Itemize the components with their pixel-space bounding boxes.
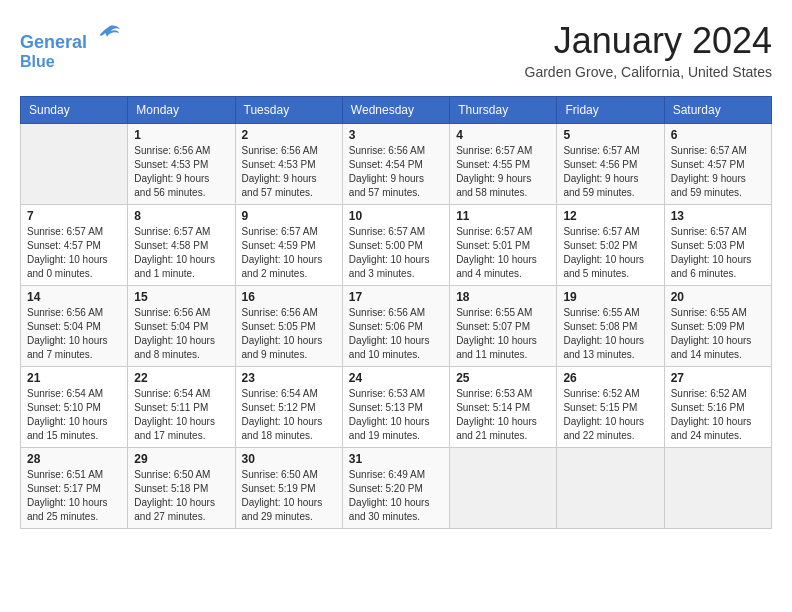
- day-number: 12: [563, 209, 657, 223]
- day-number: 18: [456, 290, 550, 304]
- day-info: Sunrise: 6:57 AM Sunset: 5:01 PM Dayligh…: [456, 225, 550, 281]
- calendar-cell: 29Sunrise: 6:50 AM Sunset: 5:18 PM Dayli…: [128, 448, 235, 529]
- header-wednesday: Wednesday: [342, 97, 449, 124]
- day-info: Sunrise: 6:55 AM Sunset: 5:07 PM Dayligh…: [456, 306, 550, 362]
- day-number: 24: [349, 371, 443, 385]
- calendar-cell: 22Sunrise: 6:54 AM Sunset: 5:11 PM Dayli…: [128, 367, 235, 448]
- day-info: Sunrise: 6:57 AM Sunset: 5:00 PM Dayligh…: [349, 225, 443, 281]
- day-number: 30: [242, 452, 336, 466]
- day-number: 15: [134, 290, 228, 304]
- day-info: Sunrise: 6:57 AM Sunset: 4:59 PM Dayligh…: [242, 225, 336, 281]
- day-number: 10: [349, 209, 443, 223]
- header-tuesday: Tuesday: [235, 97, 342, 124]
- day-info: Sunrise: 6:57 AM Sunset: 4:58 PM Dayligh…: [134, 225, 228, 281]
- title-section: January 2024 Garden Grove, California, U…: [525, 20, 772, 80]
- day-info: Sunrise: 6:56 AM Sunset: 5:04 PM Dayligh…: [134, 306, 228, 362]
- day-info: Sunrise: 6:52 AM Sunset: 5:15 PM Dayligh…: [563, 387, 657, 443]
- calendar-week-3: 14Sunrise: 6:56 AM Sunset: 5:04 PM Dayli…: [21, 286, 772, 367]
- calendar-cell: 4Sunrise: 6:57 AM Sunset: 4:55 PM Daylig…: [450, 124, 557, 205]
- calendar-week-4: 21Sunrise: 6:54 AM Sunset: 5:10 PM Dayli…: [21, 367, 772, 448]
- day-info: Sunrise: 6:49 AM Sunset: 5:20 PM Dayligh…: [349, 468, 443, 524]
- calendar-cell: 17Sunrise: 6:56 AM Sunset: 5:06 PM Dayli…: [342, 286, 449, 367]
- logo-blue: Blue: [20, 53, 122, 71]
- calendar-cell: 15Sunrise: 6:56 AM Sunset: 5:04 PM Dayli…: [128, 286, 235, 367]
- calendar-cell: 13Sunrise: 6:57 AM Sunset: 5:03 PM Dayli…: [664, 205, 771, 286]
- header-thursday: Thursday: [450, 97, 557, 124]
- header-friday: Friday: [557, 97, 664, 124]
- day-number: 2: [242, 128, 336, 142]
- day-info: Sunrise: 6:56 AM Sunset: 4:53 PM Dayligh…: [242, 144, 336, 200]
- day-info: Sunrise: 6:55 AM Sunset: 5:09 PM Dayligh…: [671, 306, 765, 362]
- day-info: Sunrise: 6:54 AM Sunset: 5:11 PM Dayligh…: [134, 387, 228, 443]
- calendar-cell: 27Sunrise: 6:52 AM Sunset: 5:16 PM Dayli…: [664, 367, 771, 448]
- logo-bird-icon: [94, 20, 122, 48]
- day-number: 9: [242, 209, 336, 223]
- logo-general: General: [20, 32, 87, 52]
- calendar-cell: 9Sunrise: 6:57 AM Sunset: 4:59 PM Daylig…: [235, 205, 342, 286]
- calendar-cell: 10Sunrise: 6:57 AM Sunset: 5:00 PM Dayli…: [342, 205, 449, 286]
- calendar-cell: [21, 124, 128, 205]
- day-info: Sunrise: 6:56 AM Sunset: 5:06 PM Dayligh…: [349, 306, 443, 362]
- day-number: 6: [671, 128, 765, 142]
- day-info: Sunrise: 6:53 AM Sunset: 5:14 PM Dayligh…: [456, 387, 550, 443]
- calendar-week-1: 1Sunrise: 6:56 AM Sunset: 4:53 PM Daylig…: [21, 124, 772, 205]
- day-info: Sunrise: 6:56 AM Sunset: 5:04 PM Dayligh…: [27, 306, 121, 362]
- day-info: Sunrise: 6:51 AM Sunset: 5:17 PM Dayligh…: [27, 468, 121, 524]
- calendar-cell: [664, 448, 771, 529]
- calendar-cell: 6Sunrise: 6:57 AM Sunset: 4:57 PM Daylig…: [664, 124, 771, 205]
- day-number: 28: [27, 452, 121, 466]
- day-number: 19: [563, 290, 657, 304]
- day-info: Sunrise: 6:50 AM Sunset: 5:19 PM Dayligh…: [242, 468, 336, 524]
- day-info: Sunrise: 6:53 AM Sunset: 5:13 PM Dayligh…: [349, 387, 443, 443]
- day-number: 11: [456, 209, 550, 223]
- day-number: 14: [27, 290, 121, 304]
- location: Garden Grove, California, United States: [525, 64, 772, 80]
- day-number: 31: [349, 452, 443, 466]
- day-number: 5: [563, 128, 657, 142]
- day-number: 20: [671, 290, 765, 304]
- calendar-cell: 30Sunrise: 6:50 AM Sunset: 5:19 PM Dayli…: [235, 448, 342, 529]
- day-info: Sunrise: 6:57 AM Sunset: 4:56 PM Dayligh…: [563, 144, 657, 200]
- day-number: 1: [134, 128, 228, 142]
- header-sunday: Sunday: [21, 97, 128, 124]
- day-info: Sunrise: 6:50 AM Sunset: 5:18 PM Dayligh…: [134, 468, 228, 524]
- calendar-header-row: SundayMondayTuesdayWednesdayThursdayFrid…: [21, 97, 772, 124]
- day-number: 25: [456, 371, 550, 385]
- calendar-cell: [450, 448, 557, 529]
- calendar-cell: 1Sunrise: 6:56 AM Sunset: 4:53 PM Daylig…: [128, 124, 235, 205]
- page-header: General Blue January 2024 Garden Grove, …: [20, 20, 772, 80]
- logo: General Blue: [20, 20, 122, 70]
- calendar-cell: 18Sunrise: 6:55 AM Sunset: 5:07 PM Dayli…: [450, 286, 557, 367]
- calendar-cell: 28Sunrise: 6:51 AM Sunset: 5:17 PM Dayli…: [21, 448, 128, 529]
- calendar-cell: [557, 448, 664, 529]
- month-title: January 2024: [525, 20, 772, 62]
- day-info: Sunrise: 6:57 AM Sunset: 5:02 PM Dayligh…: [563, 225, 657, 281]
- calendar-cell: 24Sunrise: 6:53 AM Sunset: 5:13 PM Dayli…: [342, 367, 449, 448]
- day-number: 22: [134, 371, 228, 385]
- calendar-cell: 19Sunrise: 6:55 AM Sunset: 5:08 PM Dayli…: [557, 286, 664, 367]
- day-info: Sunrise: 6:55 AM Sunset: 5:08 PM Dayligh…: [563, 306, 657, 362]
- day-number: 8: [134, 209, 228, 223]
- day-number: 4: [456, 128, 550, 142]
- header-saturday: Saturday: [664, 97, 771, 124]
- calendar-cell: 21Sunrise: 6:54 AM Sunset: 5:10 PM Dayli…: [21, 367, 128, 448]
- calendar-cell: 8Sunrise: 6:57 AM Sunset: 4:58 PM Daylig…: [128, 205, 235, 286]
- calendar-cell: 25Sunrise: 6:53 AM Sunset: 5:14 PM Dayli…: [450, 367, 557, 448]
- day-info: Sunrise: 6:57 AM Sunset: 4:55 PM Dayligh…: [456, 144, 550, 200]
- day-number: 27: [671, 371, 765, 385]
- calendar-cell: 5Sunrise: 6:57 AM Sunset: 4:56 PM Daylig…: [557, 124, 664, 205]
- day-number: 13: [671, 209, 765, 223]
- calendar-cell: 26Sunrise: 6:52 AM Sunset: 5:15 PM Dayli…: [557, 367, 664, 448]
- calendar-week-5: 28Sunrise: 6:51 AM Sunset: 5:17 PM Dayli…: [21, 448, 772, 529]
- day-info: Sunrise: 6:56 AM Sunset: 5:05 PM Dayligh…: [242, 306, 336, 362]
- day-info: Sunrise: 6:56 AM Sunset: 4:54 PM Dayligh…: [349, 144, 443, 200]
- day-info: Sunrise: 6:56 AM Sunset: 4:53 PM Dayligh…: [134, 144, 228, 200]
- day-info: Sunrise: 6:57 AM Sunset: 5:03 PM Dayligh…: [671, 225, 765, 281]
- logo-text: General: [20, 20, 122, 53]
- day-info: Sunrise: 6:57 AM Sunset: 4:57 PM Dayligh…: [27, 225, 121, 281]
- day-info: Sunrise: 6:54 AM Sunset: 5:10 PM Dayligh…: [27, 387, 121, 443]
- calendar-week-2: 7Sunrise: 6:57 AM Sunset: 4:57 PM Daylig…: [21, 205, 772, 286]
- day-number: 7: [27, 209, 121, 223]
- calendar-cell: 12Sunrise: 6:57 AM Sunset: 5:02 PM Dayli…: [557, 205, 664, 286]
- calendar-cell: 20Sunrise: 6:55 AM Sunset: 5:09 PM Dayli…: [664, 286, 771, 367]
